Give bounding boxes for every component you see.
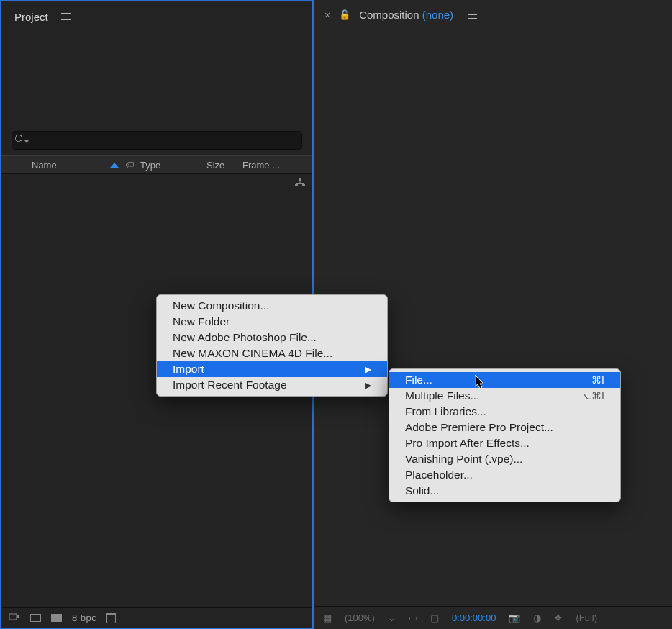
svg-rect-6 [304,183,304,184]
tag-icon: 🏷 [125,160,134,170]
svg-rect-3 [300,181,301,183]
svg-rect-4 [296,183,304,184]
trash-icon[interactable] [106,613,116,623]
svg-rect-7 [9,614,17,620]
menu-item-label: Vanishing Point (.vpe)... [405,453,522,466]
context-menu-item[interactable]: Import Recent Footage▶ [157,377,387,393]
menu-item-label: Multiple Files... [405,389,479,402]
menu-item-label: New Adobe Photoshop File... [173,331,317,344]
context-menu-item[interactable]: New Composition... [157,298,387,314]
new-folder-icon[interactable] [30,614,41,622]
import-submenu: File...⌘IMultiple Files...⌥⌘IFrom Librar… [389,368,621,502]
svg-rect-1 [295,184,298,186]
menu-item-label: Placeholder... [405,469,473,481]
project-tab[interactable]: Project [14,11,48,23]
mask-icon[interactable]: ▢ [430,612,439,623]
context-menu-item[interactable]: New Folder [157,314,387,330]
submenu-item[interactable]: Adobe Premiere Pro Project... [389,420,620,435]
menu-item-label: Solid... [405,484,439,497]
composition-tab[interactable]: Composition (none) [359,9,453,21]
resolution-dropdown-icon[interactable]: ⌄ [388,612,396,623]
interpret-footage-icon[interactable] [9,612,20,624]
svg-rect-5 [296,183,297,184]
context-menu-item[interactable]: New Adobe Photoshop File... [157,330,387,345]
menu-item-label: From Libraries... [405,405,486,418]
project-footer: 8 bpc [1,607,312,628]
menu-item-label: New Composition... [173,299,269,312]
project-column-headers: Name 🏷 Type Size Frame ... [1,155,312,174]
menu-item-label: New MAXON CINEMA 4D File... [173,347,332,360]
column-type[interactable]: Type [136,160,202,171]
timecode-readout[interactable]: 0:00:00:00 [452,612,496,623]
flowchart-icon[interactable] [295,178,305,189]
snapshot-icon[interactable]: 📷 [509,612,520,623]
submenu-item[interactable]: Pro Import After Effects... [389,435,620,451]
resolution-readout[interactable]: (Full) [576,612,597,623]
menu-item-label: Pro Import After Effects... [405,437,530,450]
submenu-arrow-icon: ▶ [365,381,371,390]
context-menu-item[interactable]: Import▶ [157,361,387,377]
svg-rect-0 [299,178,301,181]
toggle-alpha-icon[interactable]: ▦ [323,612,332,623]
composition-footer: ▦ (100%) ⌄ ▭ ▢ 0:00:00:00 📷 ◑ ❖ (Full) [314,606,672,629]
close-tab-icon[interactable]: × [324,9,330,21]
project-panel-tabbar: Project [1,1,312,32]
project-preview-area [1,32,312,131]
menu-item-label: File... [405,374,432,386]
bit-depth-button[interactable]: 8 bpc [72,612,96,623]
panel-menu-icon[interactable] [61,13,71,20]
column-name[interactable]: Name [27,160,110,171]
svg-rect-8 [17,615,19,618]
new-comp-icon[interactable] [51,614,62,622]
menu-item-label: Adobe Premiere Pro Project... [405,421,553,434]
column-frame[interactable]: Frame ... [238,160,312,171]
search-dropdown-icon[interactable] [24,140,29,143]
channel-icon[interactable]: ◑ [533,612,541,623]
submenu-item[interactable]: Multiple Files...⌥⌘I [389,388,620,404]
column-label[interactable]: 🏷 [123,160,136,170]
column-size[interactable]: Size [202,160,238,171]
project-search-row [1,131,312,155]
submenu-item[interactable]: File...⌘I [389,372,620,388]
menu-item-label: Import Recent Footage [173,379,287,392]
sort-ascending-icon[interactable] [110,163,119,168]
menu-item-label: Import [173,363,204,376]
grid-icon[interactable]: ▭ [409,612,417,623]
composition-label: Composition [359,9,422,21]
submenu-item[interactable]: Solid... [389,483,620,499]
submenu-arrow-icon: ▶ [365,365,371,374]
menu-item-label: New Folder [173,315,230,328]
panel-menu-icon[interactable] [468,12,477,19]
submenu-item[interactable]: Placeholder... [389,467,620,483]
submenu-item[interactable]: Vanishing Point (.vpe)... [389,451,620,467]
composition-none: (none) [422,9,453,21]
project-search-input[interactable] [12,131,302,150]
lock-icon[interactable]: 🔓 [339,9,350,20]
submenu-item[interactable]: From Libraries... [389,404,620,420]
menu-shortcut: ⌘I [591,374,604,386]
color-mgmt-icon[interactable]: ❖ [554,612,563,623]
composition-tabbar: × 🔓 Composition (none) [314,0,672,30]
zoom-readout[interactable]: (100%) [345,612,375,623]
menu-shortcut: ⌥⌘I [580,390,604,402]
context-menu: New Composition...New FolderNew Adobe Ph… [156,294,388,397]
svg-rect-2 [302,184,305,186]
context-menu-item[interactable]: New MAXON CINEMA 4D File... [157,345,387,361]
